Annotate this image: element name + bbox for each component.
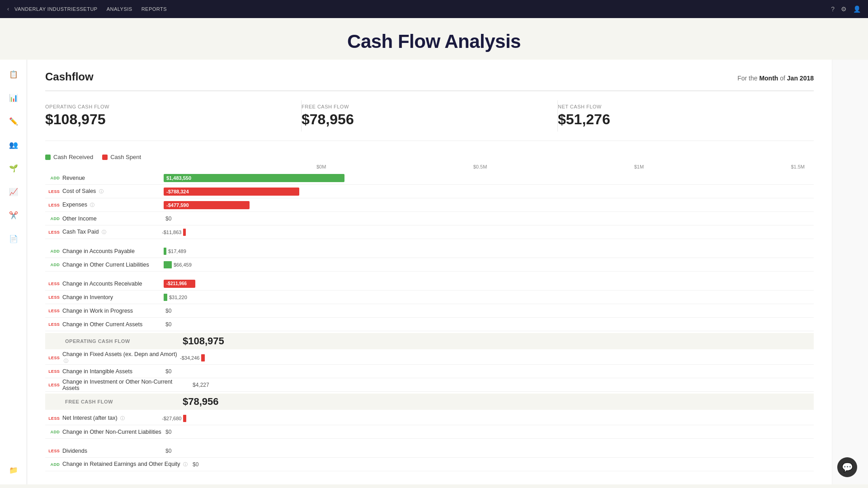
tag-cash-tax-paid: LESS [45, 230, 62, 235]
right-panel [832, 60, 868, 484]
name-revenue: Revenue [62, 175, 162, 181]
sidebar-icon-plant[interactable]: 🌱 [6, 161, 21, 175]
settings-icon[interactable]: ⚙ [841, 5, 847, 13]
tag-dividends: LESS [45, 449, 62, 453]
tag-intangible-assets: LESS [45, 369, 62, 374]
row-inventory: LESS Change in Inventory $31,220 [45, 291, 814, 304]
value-other-current-assets: $0 [164, 321, 171, 328]
legend-dot-green [45, 155, 51, 160]
chart-legend: Cash Received Cash Spent [45, 146, 814, 164]
spacer-2 [45, 272, 814, 277]
sidebar: 📋 📊 ✏️ 👥 🌱 📈 ✂️ 📄 📁 [0, 60, 27, 484]
name-other-current-assets: Change in Other Current Assets [62, 321, 162, 328]
legend-dot-red [102, 155, 108, 160]
row-expenses: LESS Expenses ⓘ -$477,590 [45, 198, 814, 212]
free-section-value: $78,956 [183, 396, 219, 408]
name-accounts-receivable: Change in Accounts Receivable [62, 281, 162, 287]
name-net-interest: Net Interest (after tax) ⓘ [62, 415, 162, 422]
row-net-interest: LESS Net Interest (after tax) ⓘ -$27,680 [45, 412, 814, 425]
chatbot-button[interactable]: 💬 [837, 457, 857, 477]
row-accounts-payable: ADD Change in Accounts Payable $17,489 [45, 244, 814, 258]
info-cash-tax[interactable]: ⓘ [102, 230, 106, 235]
tag-cost-of-sales: LESS [45, 189, 62, 194]
page-title-area: Cash Flow Analysis [0, 18, 868, 60]
cashflow-title: Cashflow [45, 70, 94, 83]
sidebar-icon-users[interactable]: 👥 [6, 137, 21, 152]
name-inventory: Change in Inventory [62, 294, 162, 300]
period-type: Month [759, 75, 778, 82]
legend-spent-label: Cash Spent [110, 154, 141, 160]
sidebar-icon-analytics[interactable]: 📈 [6, 184, 21, 199]
bar-fixed-assets [201, 354, 205, 361]
info-net-interest[interactable]: ⓘ [120, 416, 125, 421]
name-expenses: Expenses ⓘ [62, 202, 162, 208]
operating-cash-flow-card: OPERATING CASH FLOW $108,975 [45, 100, 302, 131]
back-button[interactable]: ‹ [7, 6, 9, 12]
info-fixed-assets[interactable]: ⓘ [64, 358, 68, 363]
legend-received: Cash Received [45, 154, 93, 160]
row-fixed-assets: LESS Change in Fixed Assets (ex. Depn an… [45, 351, 814, 365]
sidebar-icon-chart[interactable]: 📊 [6, 90, 21, 105]
sidebar-icon-file[interactable]: 📁 [6, 463, 21, 477]
name-accounts-payable: Change in Accounts Payable [62, 248, 162, 254]
cashflow-period: For the Month of Jan 2018 [737, 75, 814, 82]
bar-cash-tax-paid [183, 229, 186, 236]
row-accounts-receivable: LESS Change in Accounts Receivable -$211… [45, 277, 814, 291]
legend-spent: Cash Spent [102, 154, 141, 160]
name-fixed-assets: Change in Fixed Assets (ex. Depn and Amo… [62, 351, 180, 364]
row-other-current-liabilities: ADD Change in Other Current Liabilities … [45, 258, 814, 272]
user-icon[interactable]: 👤 [853, 5, 861, 13]
tag-fixed-assets: LESS [45, 356, 62, 360]
value-dividends: $0 [164, 448, 171, 454]
value-work-in-progress: $0 [164, 308, 171, 314]
sidebar-icon-edit[interactable]: ✏️ [6, 114, 21, 128]
bar-accounts-payable [164, 248, 166, 255]
grid-label-0: $0M [316, 164, 326, 169]
info-retained-earnings[interactable]: ⓘ [183, 462, 188, 467]
row-retained-earnings: ADD Change in Retained Earnings and Othe… [45, 458, 814, 471]
bar-accounts-receivable: -$211,966 [164, 280, 195, 288]
row-investment-assets: LESS Change in Investment or Other Non-C… [45, 378, 814, 392]
period-prefix: For the [737, 75, 757, 82]
cashflow-header: Cashflow For the Month of Jan 2018 [45, 60, 814, 91]
grid-label-1: $0.5M [473, 164, 487, 169]
row-dividends: LESS Dividends $0 [45, 444, 814, 458]
tag-other-current-assets: LESS [45, 322, 62, 327]
name-non-current-liabilities: Change in Other Non-Current Liabilities [62, 429, 162, 435]
name-cost-of-sales: Cost of Sales ⓘ [62, 188, 162, 195]
period-of: of [780, 75, 785, 82]
name-investment-assets: Change in Investment or Other Non-Curren… [62, 379, 189, 391]
chatbot-icon: 💬 [842, 462, 853, 473]
value-other-income: $0 [164, 216, 171, 222]
nav-reports[interactable]: REPORTS [142, 6, 167, 12]
operating-value: $108,975 [45, 111, 301, 128]
name-intangible-assets: Change in Intangible Assets [62, 368, 162, 375]
info-expenses[interactable]: ⓘ [90, 202, 94, 207]
sidebar-icon-clipboard[interactable]: 📋 [6, 67, 21, 81]
tag-other-income: ADD [45, 216, 62, 221]
name-cash-tax-paid: Cash Tax Paid ⓘ [62, 229, 162, 235]
tag-non-current-liabilities: ADD [45, 430, 62, 434]
tag-inventory: LESS [45, 295, 62, 300]
name-other-income: Other Income [62, 216, 162, 222]
grid-label-2: $1M [634, 164, 644, 169]
bar-cost-of-sales: -$788,324 [164, 188, 299, 196]
info-cost-of-sales[interactable]: ⓘ [99, 189, 104, 194]
name-work-in-progress: Change in Work in Progress [62, 308, 162, 314]
name-retained-earnings: Change in Retained Earnings and Other Eq… [62, 461, 189, 468]
value-intangible-assets: $0 [164, 368, 171, 375]
bar-revenue: $1,483,550 [164, 174, 344, 182]
free-cash-flow-card: FREE CASH FLOW $78,956 [302, 100, 558, 131]
free-label: FREE CASH FLOW [302, 104, 557, 109]
tag-work-in-progress: LESS [45, 309, 62, 313]
operating-section-label: OPERATING CASH FLOW [45, 338, 181, 344]
sidebar-icon-report[interactable]: 📄 [6, 231, 21, 246]
sidebar-icon-tools[interactable]: ✂️ [6, 208, 21, 222]
nav-setup[interactable]: SETUP [80, 6, 97, 12]
company-name[interactable]: VANDERLAY INDUSTRIES [14, 6, 80, 12]
help-icon[interactable]: ? [831, 5, 835, 13]
tag-accounts-payable: ADD [45, 249, 62, 253]
tag-revenue: ADD [45, 176, 62, 180]
nav-analysis[interactable]: ANALYSIS [107, 6, 132, 12]
value-non-current-liabilities: $0 [164, 429, 171, 435]
